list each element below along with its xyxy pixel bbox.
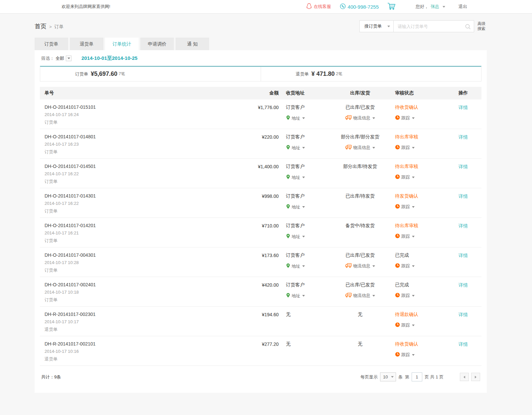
table-row: DH-O-20141017-004301 2014-10-17 10:28 订货… — [40, 247, 481, 277]
order-datetime: 2014-10-17 16:22 — [45, 201, 239, 206]
prev-page-button[interactable] — [460, 373, 469, 381]
address-link[interactable]: 地址 — [286, 174, 305, 181]
order-number[interactable]: DH-O-20141017-014501 — [45, 164, 239, 169]
logout-link[interactable]: 退出 — [459, 4, 467, 10]
detail-link[interactable]: 详情 — [459, 164, 468, 169]
tab-3[interactable]: 申请调价 — [140, 38, 174, 50]
clock-icon — [395, 145, 400, 151]
address-link[interactable]: 地址 — [286, 115, 305, 121]
address-cell: 无 地址 — [279, 341, 329, 347]
address-link-label: 地址 — [292, 145, 300, 151]
order-cell: DH-O-20141017-014301 2014-10-17 16:22 订货… — [40, 193, 239, 214]
phone-icon — [340, 3, 346, 10]
amount-cell: ¥710.00 — [239, 223, 279, 229]
location-pin-icon — [286, 263, 290, 269]
search-icon[interactable] — [465, 24, 471, 31]
tab-4[interactable]: 通 知 — [176, 38, 209, 50]
action-cell: 详情 — [445, 341, 481, 347]
tab-1[interactable]: 退货单 — [70, 38, 103, 50]
detail-link[interactable]: 详情 — [459, 312, 468, 317]
logistics-link[interactable]: 物流信息 — [345, 115, 375, 121]
order-number[interactable]: DH-O-20141017-014201 — [45, 223, 239, 228]
address-link[interactable]: 地址 — [286, 293, 305, 299]
clock-icon — [395, 174, 400, 180]
track-link[interactable]: 跟踪 — [395, 145, 415, 151]
detail-link[interactable]: 详情 — [459, 134, 468, 140]
shipping-status: 无 — [329, 312, 392, 318]
order-cell: DH-O-20141017-014501 2014-10-17 16:22 订货… — [40, 164, 239, 185]
logistics-link[interactable]: 物流信息 — [345, 263, 375, 269]
address-link-label: 地址 — [292, 204, 300, 210]
order-amount: ¥1,776.00 — [258, 105, 279, 110]
filter-value[interactable]: 全部 — [56, 56, 64, 62]
order-number[interactable]: DH-R-20141017-002301 — [45, 312, 239, 317]
address-cell: 订货客户 地址 — [279, 134, 329, 151]
address-link[interactable]: 地址 — [286, 233, 305, 240]
order-type: 订货单 — [45, 297, 239, 303]
detail-link[interactable]: 详情 — [459, 282, 468, 288]
logistics-link-label: 物流信息 — [353, 263, 370, 269]
order-type: 订货单 — [45, 208, 239, 214]
order-number[interactable]: DH-R-20141017-002101 — [45, 341, 239, 346]
tab-2[interactable]: 订单统计 — [105, 38, 139, 50]
page-input[interactable] — [412, 372, 422, 381]
order-type: 退货单 — [45, 356, 239, 362]
filter-dropdown-button[interactable] — [66, 56, 71, 61]
amount-cell: ¥194.60 — [239, 312, 279, 318]
track-link[interactable]: 跟踪 — [395, 115, 415, 121]
shipping-status: 已出库/待发货 — [329, 193, 392, 199]
online-service-link[interactable]: 在线客服 — [306, 3, 331, 10]
logistics-link[interactable]: 物流信息 — [345, 293, 375, 299]
tab-0[interactable]: 订货单 — [35, 38, 68, 50]
audit-status: 待出库审核 — [395, 164, 445, 170]
track-link[interactable]: 跟踪 — [395, 322, 415, 328]
chevron-down-icon — [391, 376, 394, 378]
advanced-search-link[interactable]: 高级 搜索 — [477, 21, 487, 31]
detail-link[interactable]: 详情 — [459, 194, 468, 199]
summary-returns: 退货单 ¥ 471.80 2笔 — [261, 67, 481, 81]
address-label: 无 — [286, 312, 329, 318]
order-number[interactable]: DH-O-20141017-004301 — [45, 252, 239, 258]
per-page-label: 每页显示 — [360, 374, 378, 380]
page-label: 第 — [405, 374, 409, 380]
logistics-link[interactable]: 物流信息 — [345, 145, 375, 151]
amount-cell: ¥220.00 — [239, 134, 279, 140]
chevron-down-icon — [372, 147, 375, 149]
detail-link[interactable]: 详情 — [459, 253, 468, 258]
track-link[interactable]: 跟踪 — [395, 204, 415, 210]
address-link[interactable]: 地址 — [286, 145, 305, 151]
chevron-down-icon — [412, 117, 415, 119]
next-page-button[interactable] — [471, 373, 480, 381]
action-cell: 详情 — [445, 193, 481, 200]
search-input[interactable] — [394, 21, 474, 32]
track-link[interactable]: 跟踪 — [395, 352, 415, 358]
breadcrumb-home[interactable]: 首页 — [35, 22, 47, 30]
detail-link[interactable]: 详情 — [459, 105, 468, 110]
summary-returns-label: 退货单 — [296, 71, 309, 77]
address-link[interactable]: 地址 — [286, 204, 305, 210]
chevron-down-icon — [412, 177, 415, 178]
filter-row: 筛选： 全部 2014-10-01至2014-10-25 — [40, 50, 481, 66]
track-link[interactable]: 跟踪 — [395, 263, 415, 269]
order-cell: DH-R-20141017-002101 2014-10-17 10:16 退货… — [40, 341, 239, 362]
audit-status: 已完成 — [395, 282, 445, 288]
order-number[interactable]: DH-O-20141017-002401 — [45, 282, 239, 287]
order-number[interactable]: DH-O-20141017-015101 — [45, 104, 239, 110]
detail-link[interactable]: 详情 — [459, 342, 468, 347]
audit-cell: 待收货确认 跟踪 — [392, 341, 445, 358]
user-menu[interactable]: 您好， 张总 — [416, 4, 445, 10]
track-link[interactable]: 跟踪 — [395, 293, 415, 299]
order-number[interactable]: DH-O-20141017-014301 — [45, 193, 239, 199]
order-number[interactable]: DH-O-20141017-014801 — [45, 134, 239, 139]
track-link[interactable]: 跟踪 — [395, 174, 415, 180]
detail-link[interactable]: 详情 — [459, 223, 468, 228]
address-link[interactable]: 地址 — [286, 263, 305, 269]
cart-button[interactable] — [387, 2, 396, 11]
address-link-label: 地址 — [292, 293, 300, 299]
date-range[interactable]: 2014-10-01至2014-10-25 — [81, 55, 137, 62]
per-page-select[interactable]: 10 — [380, 372, 396, 381]
table-row: DH-R-20141017-002101 2014-10-17 10:16 退货… — [40, 336, 481, 366]
track-link[interactable]: 跟踪 — [395, 233, 415, 239]
order-cell: DH-O-20141017-014801 2014-10-17 16:23 订货… — [40, 134, 239, 155]
search-category-select[interactable]: 搜订货单 — [360, 21, 394, 32]
